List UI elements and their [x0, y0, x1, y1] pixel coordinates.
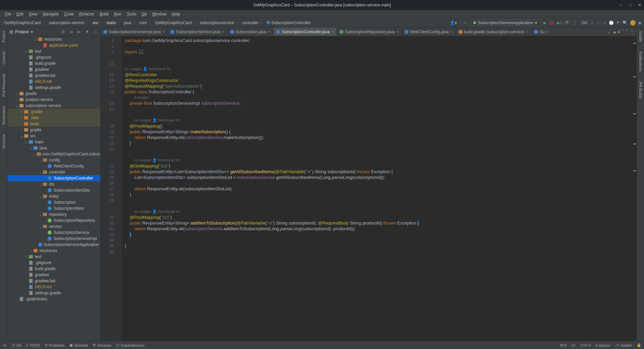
- close-tab-icon[interactable]: ×: [450, 30, 453, 34]
- tool-structure[interactable]: Structure: [2, 133, 6, 150]
- sb-services[interactable]: ⚙ Services: [93, 343, 111, 347]
- tree-node[interactable]: SubscriptionRepository: [7, 217, 100, 223]
- chevron-down-icon[interactable]: ⌄: [607, 30, 610, 34]
- breadcrumb[interactable]: controller: [241, 20, 260, 25]
- tool-gradle[interactable]: Gradle: [639, 30, 643, 43]
- project-tree[interactable]: ⌄resourcesapplication.yaml›test.gitignor…: [7, 36, 100, 341]
- menu-tools[interactable]: Tools: [125, 11, 138, 17]
- breadcrumb[interactable]: subscriptionservice: [199, 20, 235, 25]
- menu-edit[interactable]: Edit: [14, 11, 25, 17]
- chevron-down-icon[interactable]: ˅: [626, 30, 628, 34]
- git-commit-icon[interactable]: ✓: [597, 20, 600, 25]
- search-icon[interactable]: 🔍: [623, 20, 628, 25]
- close-tab-icon[interactable]: ×: [331, 30, 334, 34]
- tool-pull-requests[interactable]: Pull Requests: [2, 72, 6, 98]
- tree-node[interactable]: ›build: [7, 121, 100, 127]
- close-tab-icon[interactable]: ×: [546, 30, 549, 34]
- chevron-up-icon[interactable]: ˄: [622, 30, 624, 34]
- tree-arrow-icon[interactable]: ›: [19, 115, 23, 120]
- tree-node[interactable]: ›resources: [7, 248, 100, 254]
- sb-todo[interactable]: ≡ TODO: [26, 343, 40, 347]
- tree-arrow-icon[interactable]: ⌄: [38, 212, 42, 217]
- sb-terminal[interactable]: ▣ Terminal: [69, 343, 88, 347]
- tool-project[interactable]: Project: [2, 30, 6, 44]
- minimize-icon[interactable]: ─: [619, 3, 623, 7]
- sb-le[interactable]: LF: [571, 343, 576, 347]
- editor-tab[interactable]: SubscriptionRepository.java×: [337, 28, 402, 36]
- close-tab-icon[interactable]: ×: [526, 30, 528, 34]
- tree-node[interactable]: ⌄controller: [7, 169, 100, 175]
- editor-tab[interactable]: build.gradle (subscription-service)×: [456, 28, 531, 36]
- tree-arrow-icon[interactable]: ⌄: [38, 182, 42, 187]
- select-opened-icon[interactable]: ⊙: [60, 29, 66, 35]
- tree-arrow-icon[interactable]: ⌄: [34, 37, 38, 42]
- fold-gutter[interactable]: [117, 36, 122, 341]
- git-update-icon[interactable]: ↙: [591, 20, 594, 25]
- tree-arrow-icon[interactable]: ⌄: [24, 140, 28, 144]
- tree-arrow-icon[interactable]: ›: [24, 254, 28, 259]
- editor-tab[interactable]: Subscription.java×: [227, 28, 273, 36]
- tree-node[interactable]: ⌄config: [7, 157, 100, 163]
- avatar-icon[interactable]: [630, 20, 636, 26]
- hide-icon[interactable]: ─: [92, 29, 98, 35]
- tree-node[interactable]: gradlew: [7, 66, 100, 72]
- menu-help[interactable]: Help: [170, 11, 182, 17]
- close-tab-icon[interactable]: ×: [268, 30, 270, 34]
- tool-commit[interactable]: Commit: [2, 50, 6, 66]
- tree-node[interactable]: ⌄repository: [7, 211, 100, 217]
- code-area[interactable]: package com.GetMyGraphicsCard.subscripti…: [122, 36, 633, 341]
- tree-node[interactable]: build.gradle: [7, 60, 100, 66]
- tree-node[interactable]: gradlew.bat: [7, 72, 100, 79]
- tree-arrow-icon[interactable]: ›: [19, 128, 23, 132]
- users-icon[interactable]: 👤▾: [450, 20, 457, 25]
- tree-node[interactable]: ›test: [7, 254, 100, 260]
- menu-view[interactable]: View: [27, 11, 40, 17]
- sb-indent[interactable]: 4 spaces: [595, 343, 610, 347]
- editor-tab[interactable]: SubscriptionServiceImpl.java×: [101, 28, 168, 36]
- line-gutter[interactable]: 1231112131415161718192021222324252627282…: [101, 36, 117, 341]
- tree-arrow-icon[interactable]: ⌄: [34, 152, 37, 156]
- menu-run[interactable]: Run: [112, 11, 123, 17]
- more-icon[interactable]: ⋮: [630, 30, 634, 34]
- tree-arrow-icon[interactable]: ›: [19, 121, 23, 126]
- sb-branch[interactable]: ⎇ master: [615, 343, 632, 347]
- tree-node[interactable]: ⌄com.GetMyGraphicsCard.subscriptionservi…: [7, 151, 100, 157]
- tree-arrow-icon[interactable]: ⌄: [19, 134, 23, 138]
- tree-arrow-icon[interactable]: ⌄: [38, 170, 42, 174]
- tree-node[interactable]: ›test: [7, 48, 100, 54]
- tree-node[interactable]: ›gradle: [7, 91, 100, 97]
- back-arrow-icon[interactable]: ↩: [464, 20, 467, 25]
- tree-node[interactable]: SubscriptionController: [7, 175, 100, 181]
- tree-node[interactable]: settings.gradle: [7, 290, 100, 296]
- tree-node[interactable]: ⌄main: [7, 139, 100, 145]
- tree-arrow-icon[interactable]: ›: [29, 248, 33, 253]
- sb-git[interactable]: ⎇ Git: [11, 343, 21, 347]
- git-push-icon[interactable]: ↗: [603, 20, 606, 25]
- maximize-icon[interactable]: □: [628, 3, 633, 7]
- profile-icon[interactable]: ⏱: [565, 20, 569, 25]
- tree-node[interactable]: ›gradle: [7, 127, 100, 133]
- tree-arrow-icon[interactable]: ⌄: [15, 103, 19, 108]
- menu-file[interactable]: File: [3, 11, 13, 17]
- tree-node[interactable]: SubscriptionItemDto: [7, 187, 100, 193]
- tool-bookmarks[interactable]: Bookmarks: [2, 105, 6, 126]
- tree-node[interactable]: ⌄java: [7, 145, 100, 151]
- menu-build[interactable]: Build: [98, 11, 111, 17]
- close-icon[interactable]: ✕: [637, 3, 642, 7]
- ide-settings-icon[interactable]: ◆: [638, 20, 641, 25]
- tree-arrow-icon[interactable]: ⌄: [38, 158, 42, 162]
- tree-node[interactable]: settings.gradle: [7, 85, 100, 91]
- git-rollback-icon[interactable]: ↶: [616, 20, 620, 25]
- sb-deps[interactable]: ⌬ Dependencies: [116, 343, 144, 347]
- tree-node[interactable]: ⌄subscription-service: [7, 103, 100, 109]
- menu-refactor[interactable]: Refactor: [77, 11, 96, 17]
- run-config-select[interactable]: SubscriptionServiceApplication ▾: [470, 19, 541, 26]
- tree-node[interactable]: ⌄service: [7, 223, 100, 230]
- tree-node[interactable]: ⌄dto: [7, 181, 100, 187]
- collapse-all-icon[interactable]: ⇤: [76, 29, 82, 35]
- tree-node[interactable]: SubscriptionItem: [7, 205, 100, 211]
- coverage-icon[interactable]: ▶⎋: [557, 20, 562, 25]
- tree-node[interactable]: ⌄entity: [7, 193, 100, 199]
- tree-arrow-icon[interactable]: ⌄: [38, 224, 42, 229]
- settings-icon[interactable]: ✶: [84, 29, 90, 35]
